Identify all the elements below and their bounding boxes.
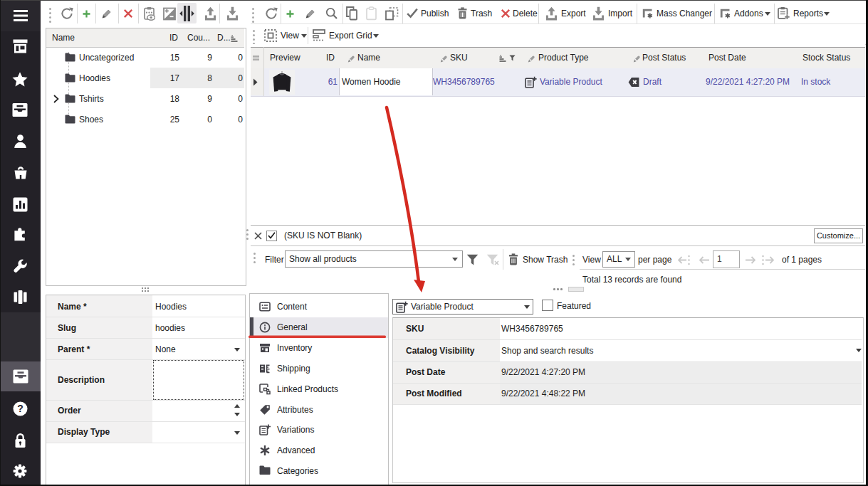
svg-text:?: ? (17, 403, 23, 414)
